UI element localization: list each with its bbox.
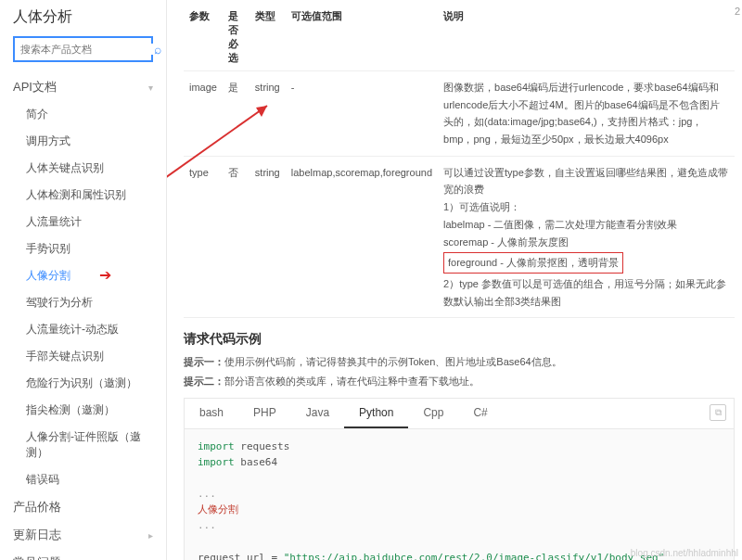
tab-java[interactable]: Java bbox=[291, 399, 344, 428]
nav-group[interactable]: 更新日志▸ bbox=[13, 521, 153, 549]
search-icon[interactable]: ⌕ bbox=[154, 42, 161, 57]
th-desc: 说明 bbox=[438, 4, 735, 71]
nav-item[interactable]: 手势识别 bbox=[13, 235, 153, 262]
nav-item[interactable]: 人体关键点识别 bbox=[13, 155, 153, 182]
tab-cpp[interactable]: Cpp bbox=[408, 399, 458, 428]
nav-item[interactable]: 简介 bbox=[13, 101, 153, 128]
th-param: 参数 bbox=[184, 4, 223, 71]
chevron-right-icon: ▸ bbox=[148, 530, 153, 541]
tab-php[interactable]: PHP bbox=[238, 399, 291, 428]
nav-item[interactable]: 驾驶行为分析 bbox=[13, 289, 153, 316]
code-block[interactable]: import requests import base64 ... 人像分割 .… bbox=[185, 429, 734, 560]
nav-item[interactable]: 人流量统计-动态版 bbox=[13, 316, 153, 343]
nav-item[interactable]: 人体检测和属性识别 bbox=[13, 182, 153, 209]
nav-item[interactable]: 调用方式 bbox=[13, 128, 153, 155]
copy-icon[interactable]: ⧉ bbox=[710, 404, 726, 421]
tab-bash[interactable]: bash bbox=[185, 399, 238, 428]
nav-group-api[interactable]: API文档▾ bbox=[13, 73, 153, 101]
section-title: 请求代码示例 bbox=[184, 331, 735, 348]
th-range: 可选值范围 bbox=[286, 4, 438, 71]
nav-item[interactable]: 指尖检测（邀测） bbox=[13, 397, 153, 424]
main-content: 2 参数 是否必选 类型 可选值范围 说明 image 是 string - 图… bbox=[167, 0, 742, 560]
nav-item[interactable]: 错误码 bbox=[13, 466, 153, 493]
nav-item[interactable]: 手部关键点识别 bbox=[13, 343, 153, 370]
nav-item[interactable]: 人像分割-证件照版（邀测） bbox=[13, 424, 153, 466]
table-row: type 否 string labelmap,scoremap,foregrou… bbox=[184, 156, 735, 318]
chevron-down-icon: ▾ bbox=[148, 83, 153, 93]
code-tabs: bash PHP Java Python Cpp C# bbox=[185, 399, 734, 429]
nav-item[interactable]: 人流量统计 bbox=[13, 209, 153, 235]
arrow-icon: ➔ bbox=[99, 266, 111, 284]
search-input[interactable] bbox=[15, 44, 154, 55]
tip-1: 提示一：使用示例代码前，请记得替换其中的示例Token、图片地址或Base64信… bbox=[184, 355, 735, 369]
params-table: 参数 是否必选 类型 可选值范围 说明 image 是 string - 图像数… bbox=[184, 4, 735, 318]
nav-group[interactable]: 产品价格 bbox=[13, 493, 153, 521]
nav-item[interactable]: 危险行为识别（邀测） bbox=[13, 370, 153, 397]
sidebar: 人体分析 ⌕ API文档▾ 简介 调用方式 人体关键点识别 人体检测和属性识别 … bbox=[0, 0, 167, 560]
tab-python[interactable]: Python bbox=[344, 399, 408, 428]
highlighted-value: foreground - 人像前景抠图，透明背景 bbox=[443, 252, 623, 274]
search-box[interactable]: ⌕ bbox=[13, 36, 153, 62]
sidebar-title: 人体分析 bbox=[13, 7, 153, 27]
tip-2: 提示二：部分语言依赖的类或库，请在代码注释中查看下载地址。 bbox=[184, 375, 735, 388]
table-row: image 是 string - 图像数据，base64编码后进行urlenco… bbox=[184, 71, 735, 157]
watermark: blog.csdn.net/hhladminhhl bbox=[631, 548, 738, 558]
th-required: 是否必选 bbox=[223, 4, 249, 71]
code-card: ⧉ bash PHP Java Python Cpp C# import req… bbox=[184, 398, 735, 560]
page-marker: 2 bbox=[735, 6, 740, 17]
tab-csharp[interactable]: C# bbox=[458, 399, 502, 428]
nav-group[interactable]: 常见问题 bbox=[13, 549, 153, 560]
th-type: 类型 bbox=[249, 4, 286, 71]
nav-item-active[interactable]: 人像分割➔ bbox=[13, 262, 153, 289]
